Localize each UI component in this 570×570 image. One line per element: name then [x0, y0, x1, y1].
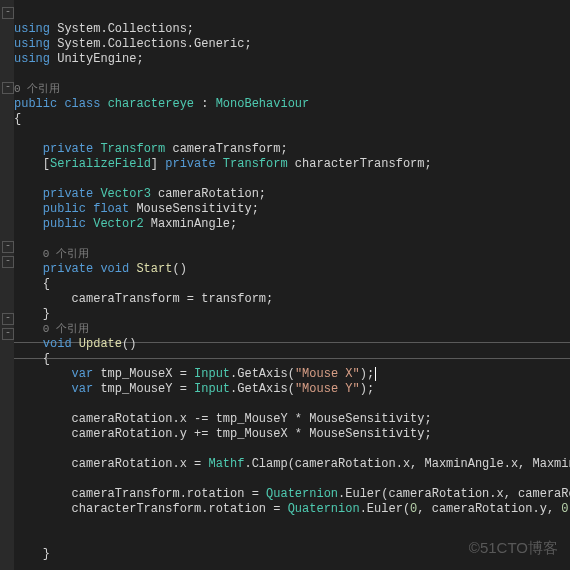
fold-icon[interactable]: -	[2, 256, 14, 268]
code-token: void	[14, 337, 79, 351]
code-token: );	[360, 382, 374, 396]
code-token: Vector2	[93, 217, 143, 231]
code-token: cameraTransform;	[165, 142, 287, 156]
code-token: cameraRotation.x -= tmp_MouseY * MouseSe…	[14, 412, 432, 426]
code-token: :	[194, 97, 216, 111]
code-token: tmp_MouseY =	[93, 382, 194, 396]
code-token: cameraRotation.x =	[14, 457, 208, 471]
code-token: [	[14, 157, 50, 171]
code-token: Quaternion	[266, 487, 338, 501]
code-token: {	[14, 112, 21, 126]
code-token: ]	[151, 157, 165, 171]
code-token: .GetAxis(	[230, 367, 295, 381]
code-token: var	[14, 382, 93, 396]
code-token: public class	[14, 97, 108, 111]
code-token: , cameraRotation.y,	[417, 502, 561, 516]
code-token: cameraTransform.rotation =	[14, 487, 266, 501]
code-token: private	[14, 187, 100, 201]
fold-icon[interactable]: -	[2, 7, 14, 19]
code-token: );	[360, 367, 374, 381]
code-token: cameraTransform = transform;	[14, 292, 273, 306]
code-token: ()	[172, 262, 186, 276]
code-token: private	[14, 142, 100, 156]
code-token: }	[14, 547, 50, 561]
code-token: public float	[14, 202, 129, 216]
code-token: Transform	[100, 142, 165, 156]
code-token: .Euler(	[360, 502, 410, 516]
code-token: using	[14, 22, 50, 36]
code-token: Input	[194, 382, 230, 396]
code-token: {	[14, 352, 50, 366]
code-token: using	[14, 52, 50, 66]
code-token: Input	[194, 367, 230, 381]
code-token: characterTransform.rotation =	[14, 502, 288, 516]
code-token: }	[14, 307, 50, 321]
code-token: System.Collections;	[50, 22, 194, 36]
code-token: .Euler(cameraRotation.x, cameraRotation.…	[338, 487, 570, 501]
code-token: private void	[14, 262, 136, 276]
code-token: MouseSensitivity;	[129, 202, 259, 216]
code-token: .Clamp(cameraRotation.x, MaxminAngle.x, …	[244, 457, 570, 471]
code-token: "Mouse X"	[295, 367, 360, 381]
code-token: Mathf	[208, 457, 244, 471]
code-token: cameraRotation.y += tmp_MouseX * MouseSe…	[14, 427, 432, 441]
code-area[interactable]: using System.Collections; using System.C…	[14, 7, 570, 570]
code-token: System.Collections.Generic;	[50, 37, 252, 51]
code-token: UnityEngine;	[50, 52, 144, 66]
caret-icon	[375, 367, 376, 381]
code-token: SerializeField	[50, 157, 151, 171]
code-token: cameraRotation;	[151, 187, 266, 201]
code-token: charactereye	[108, 97, 194, 111]
fold-icon[interactable]: -	[2, 328, 14, 340]
code-token: .GetAxis(	[230, 382, 295, 396]
fold-icon[interactable]: -	[2, 313, 14, 325]
code-token: MonoBehaviour	[216, 97, 310, 111]
code-token: Vector3	[100, 187, 150, 201]
codelens-reference[interactable]: 0 个引用	[43, 323, 89, 335]
code-token: 0	[561, 502, 568, 516]
code-token: Start	[136, 262, 172, 276]
code-token: "Mouse Y"	[295, 382, 360, 396]
code-token: public	[14, 217, 93, 231]
code-token: {	[14, 277, 50, 291]
codelens-reference[interactable]: 0 个引用	[43, 248, 89, 260]
code-token: ()	[122, 337, 136, 351]
code-token: var	[14, 367, 93, 381]
code-token: characterTransform;	[288, 157, 432, 171]
code-token: Update	[79, 337, 122, 351]
code-token: Quaternion	[288, 502, 360, 516]
code-token: Transform	[223, 157, 288, 171]
fold-icon[interactable]: -	[2, 241, 14, 253]
code-token: MaxminAngle;	[144, 217, 238, 231]
codelens-reference[interactable]: 0 个引用	[14, 83, 60, 95]
watermark-text: ©51CTO博客	[469, 539, 558, 558]
fold-icon[interactable]: -	[2, 82, 14, 94]
code-token: private	[165, 157, 223, 171]
code-token: tmp_MouseX =	[93, 367, 194, 381]
code-token: using	[14, 37, 50, 51]
